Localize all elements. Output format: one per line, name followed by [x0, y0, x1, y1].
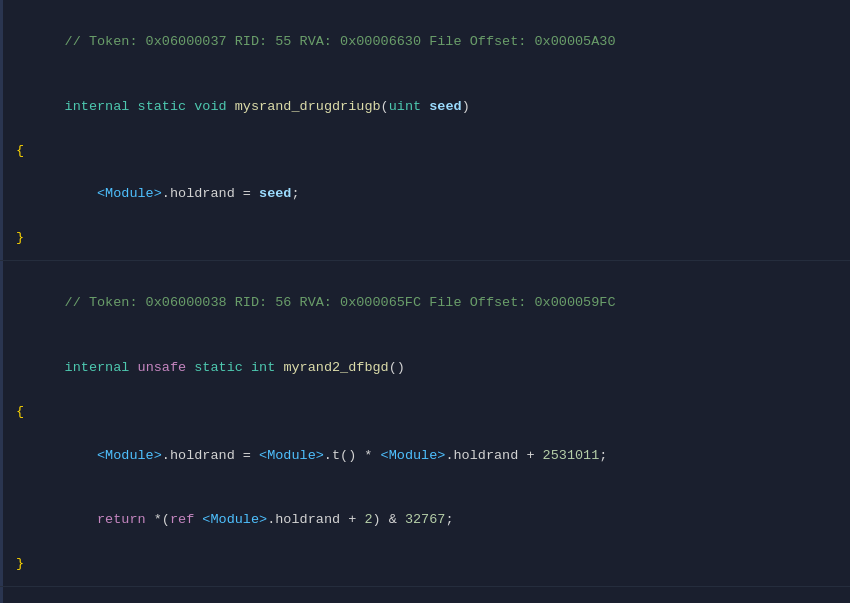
body-line: <Module>.holdrand = seed;: [0, 162, 850, 227]
body-line-1: <Module>.holdrand = <Module>.t() * <Modu…: [0, 424, 850, 489]
comment-line: // Token: 0x06000039 RID: 57 RVA: 0x0000…: [0, 597, 850, 603]
brace-close: }: [0, 553, 850, 576]
code-block-1: // Token: 0x06000037 RID: 55 RVA: 0x0000…: [0, 0, 850, 261]
signature-line: internal unsafe static int myrand2_dfbgd…: [0, 336, 850, 401]
code-container: // Token: 0x06000037 RID: 55 RVA: 0x0000…: [0, 0, 850, 603]
comment-line: // Token: 0x06000037 RID: 55 RVA: 0x0000…: [0, 10, 850, 75]
brace-open: {: [0, 401, 850, 424]
code-block-2: // Token: 0x06000038 RID: 56 RVA: 0x0000…: [0, 261, 850, 587]
body-line-2: return *(ref <Module>.holdrand + 2) & 32…: [0, 488, 850, 553]
code-block-3: // Token: 0x06000039 RID: 57 RVA: 0x0000…: [0, 587, 850, 603]
signature-line: internal static void mysrand_drugdriugb(…: [0, 75, 850, 140]
comment-line: // Token: 0x06000038 RID: 56 RVA: 0x0000…: [0, 271, 850, 336]
brace-open: {: [0, 140, 850, 163]
brace-close: }: [0, 227, 850, 250]
